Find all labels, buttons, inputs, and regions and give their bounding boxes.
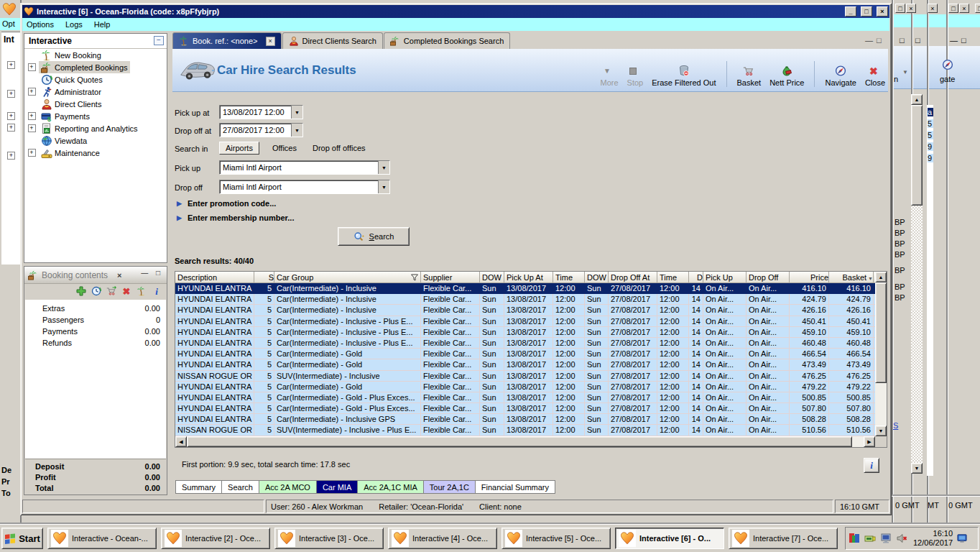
taskbar-button-interactive-6-o[interactable]: Interactive [6] - O... [615,528,724,549]
column-header-s[interactable]: S [254,272,274,283]
column-header-description[interactable]: Description [175,272,254,283]
table-row[interactable]: HYUNDAI ELANTRA ...5Car(Intermediate) - … [175,349,875,359]
column-header-dow[interactable]: DOW [585,272,609,283]
dropoff-location-combo[interactable]: Miami Intl Airport▼ [219,180,390,194]
display-icon[interactable] [880,533,892,544]
sidebar-item-maintenance[interactable]: +Maintenance [24,147,167,159]
column-header-basket[interactable]: Basket▼ [829,272,874,283]
background-window-button[interactable]: □ [895,4,905,13]
bottom-tab-car-mia[interactable]: Car MIA [317,480,358,494]
sidebar-item-viewdata[interactable]: Viewdata [24,134,167,147]
bottom-tab-tour-2a-1c[interactable]: Tour 2A,1C [424,480,476,494]
expand-plus-icon[interactable]: + [28,149,36,157]
search-in-offices[interactable]: Offices [269,142,300,154]
background-window-button[interactable]: □ [948,4,958,13]
table-row[interactable]: HYUNDAI ELANTRA ...5Car(Intermediate) - … [175,403,875,414]
table-row[interactable]: HYUNDAI ELANTRA ...5Car(Intermediate) - … [175,359,875,370]
expand-plus-icon[interactable]: + [28,63,36,71]
table-row[interactable]: HYUNDAI ELANTRA ...5Car(Intermediate) - … [175,392,875,403]
background-window-button[interactable]: × [928,4,938,13]
app-grid-icon[interactable] [849,533,860,544]
cart-arrow-button[interactable] [106,286,116,298]
table-row[interactable]: HYUNDAI ELANTRA ...5Car(Intermediate) - … [175,305,875,316]
column-header-pick-up-at[interactable]: Pick Up At [504,272,553,283]
sidebar-item-quick-quotes[interactable]: Quick Quotes [24,73,167,86]
scroll-left-icon[interactable]: ◀ [175,436,187,447]
search-in-drop-off-offices[interactable]: Drop off offices [310,142,369,154]
bottom-tab-search[interactable]: Search [222,480,259,494]
column-header-car-group[interactable]: Car Group [274,272,421,283]
maximize-button[interactable]: □ [861,6,872,17]
close-button[interactable]: × [877,6,888,17]
muted-speaker-icon[interactable] [896,533,907,544]
taskbar-button-interactive-7-oce[interactable]: Interactive [7] - Oce... [729,528,838,549]
title-bar[interactable]: Interactive [6] - Ocean-Florida (code: x… [22,5,889,18]
toolbar-button-erase-filtered-out[interactable]: Erase Filtered Out [652,65,716,87]
table-row[interactable]: NISSAN ROGUE OR S...5SUV(Intermediate) -… [175,371,875,382]
dropdown-arrow-icon[interactable]: ▼ [378,161,389,174]
expand-plus-icon[interactable]: + [7,124,15,132]
quote-button[interactable] [91,286,101,298]
sidebar-item-administrator[interactable]: +Administrator [24,86,167,98]
background-window-button[interactable]: × [959,4,969,13]
palm-button[interactable] [137,286,147,298]
taskbar-button-interactive-3-oce[interactable]: Interactive [3] - Oce... [274,528,384,549]
vscroll-thumb[interactable] [875,282,887,383]
bottom-tab-acc-2a-mco[interactable]: Acc 2A MCO [259,480,317,494]
promotion-code-expander[interactable]: ▶ Enter promotion code... [177,199,276,208]
column-header-drop-off[interactable]: Drop Off [746,272,790,283]
table-row[interactable]: NISSAN ROGUE OR S...5SUV(Intermediate) -… [175,425,875,436]
tab-book-ref-none[interactable]: Book. ref.: <none>× [172,32,282,49]
tab-close-icon[interactable]: × [266,37,275,46]
table-row[interactable]: HYUNDAI ELANTRA ...5Car(Intermediate) - … [175,316,875,327]
toolbar-button-navigate[interactable]: Navigate [825,65,856,87]
network-card-icon[interactable] [864,533,876,544]
search-in-airports[interactable]: Airports [219,142,259,155]
dropoff-at-combo[interactable]: 27/08/2017 12:00▼ [219,123,303,137]
toolbar-button-nett-price[interactable]: Nett Price [769,65,804,87]
column-header-d[interactable]: D [689,272,703,283]
scroll-down-icon[interactable]: ▼ [911,463,923,474]
minimize-button[interactable]: _ [845,6,856,17]
bottom-tab-acc-2a-1c-mia[interactable]: Acc 2A,1C MIA [358,480,424,494]
tab-direct-clients-search[interactable]: Direct Clients Search [282,32,383,49]
column-header-price[interactable]: Price [790,272,829,283]
table-row[interactable]: HYUNDAI ELANTRA ...5Car(Intermediate) - … [175,327,875,338]
expand-plus-icon[interactable]: + [28,112,36,120]
pickup-at-combo[interactable]: 13/08/2017 12:00▼ [219,105,303,119]
toolbar-button-more[interactable]: ▼More [601,65,619,87]
bottom-tab-financial-summary[interactable]: Financial Summary [476,480,555,494]
panel-minmax-icons[interactable]: — □ [141,269,163,277]
column-header-dow[interactable]: DOW [480,272,504,283]
background-window-button[interactable]: × [906,4,916,13]
pane-minimize-icon[interactable]: — [865,36,873,45]
hscroll-thumb[interactable] [187,436,852,447]
filter-icon[interactable] [411,274,418,281]
column-header-pick-up[interactable]: Pick Up [703,272,746,283]
column-header-time[interactable]: Time [553,272,585,283]
scroll-up-icon[interactable]: ▲ [911,94,923,105]
scroll-down-icon[interactable]: ▼ [875,426,887,436]
info-button[interactable]: i [864,458,879,473]
expand-plus-icon[interactable]: + [7,90,15,98]
taskbar-button-interactive-ocean[interactable]: Interactive - Ocean-... [47,528,157,549]
expand-plus-icon[interactable]: + [28,124,36,132]
table-row[interactable]: HYUNDAI ELANTRA ...5Car(Intermediate) - … [175,283,875,294]
collapse-panel-button[interactable]: − [154,36,164,45]
menu-item-help[interactable]: Help [94,20,111,29]
toolbar-button-close[interactable]: ✖Close [865,65,885,87]
search-button[interactable]: Search [338,227,410,246]
pickup-location-combo[interactable]: Miami Intl Airport▼ [219,160,390,175]
toolbar-button-stop[interactable]: Stop [627,65,644,87]
taskbar-button-interactive-5-oce[interactable]: Interactive [5] - Oce... [501,528,611,549]
start-button[interactable]: Start [1,528,43,549]
expand-plus-icon[interactable]: + [7,152,15,160]
dropdown-arrow-icon[interactable]: ▼ [291,106,302,119]
expand-plus-icon[interactable]: + [7,112,15,120]
sidebar-item-reporting-and-analytics[interactable]: +Reporting and Analytics [24,122,167,134]
column-header-time[interactable]: Time [657,272,689,283]
vscroll-thumb[interactable] [911,105,923,206]
info-button[interactable]: i [152,287,162,297]
dropdown-arrow-icon[interactable]: ▼ [291,124,302,137]
sidebar-item-new-booking[interactable]: New Booking [24,49,167,61]
